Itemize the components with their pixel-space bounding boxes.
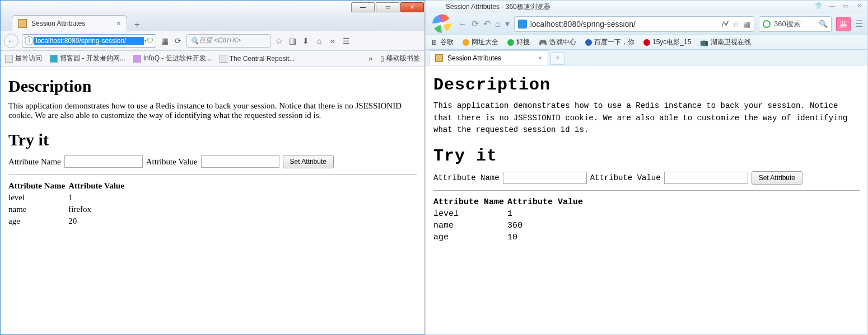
bookmark-haosou[interactable]: 好搜 (507, 37, 530, 47)
downloads-icon[interactable]: ⬇ (301, 36, 311, 46)
table-row: name360 (433, 220, 586, 232)
tab-close-icon[interactable]: × (116, 19, 121, 27)
search-logo-icon (763, 20, 771, 28)
titlebar: ― ▭ ✕ (1, 1, 424, 14)
page-icon: 🗎 (431, 39, 438, 46)
heading-try-it: Try it (8, 130, 417, 149)
attributes-table: Attribute NameAttribute Value level1 nam… (433, 196, 586, 243)
url-box[interactable]: localhost:8080/spring-session/ 🗲 ☆ ▦ (514, 16, 754, 32)
url-box[interactable]: i localhost:8080/spring-session/ ▾ 🛡 (22, 34, 156, 48)
set-attribute-button[interactable]: Set Attribute (752, 171, 802, 185)
label-attr-value: Attribute Value (146, 157, 198, 167)
bookmark-baidu[interactable]: 百度一下，你 (585, 37, 634, 47)
th-name: Attribute Name (433, 196, 507, 208)
nav-toolbar: ← i localhost:8080/spring-session/ ▾ 🛡 ▦… (1, 31, 424, 51)
bookmark-central[interactable]: The Central Reposit... (220, 55, 295, 63)
tab-session-attributes[interactable]: Session Attributes × (429, 50, 548, 65)
home-icon[interactable]: ⌂ (314, 36, 324, 46)
shield-icon (518, 20, 527, 29)
table-row: level1 (433, 208, 586, 220)
description-paragraph: This application demonstrates how to use… (433, 100, 860, 136)
window-close-button[interactable]: ✕ (853, 2, 865, 11)
bookmark-15yc[interactable]: 15yc电影_15 (643, 37, 691, 47)
attributes-table: Attribute NameAttribute Value level1 nam… (8, 180, 128, 227)
bookmark-cnblogs[interactable]: 博客园 - 开发者的网... (50, 54, 125, 63)
bookmark-star-icon[interactable]: ☆ (274, 36, 284, 46)
baidu-icon (585, 39, 592, 46)
label-attr-name: Attribute Name (8, 157, 61, 167)
movie-icon (643, 39, 650, 46)
url-text[interactable]: localhost:8080/spring-session/ (34, 37, 144, 45)
window-close-button[interactable]: ✕ (400, 2, 424, 12)
input-attr-name[interactable] (503, 172, 587, 184)
label-attr-value: Attribute Value (590, 173, 661, 182)
titlebar: Session Attributes - 360极速浏览器 👕 ― ▭ ✕ (426, 1, 867, 13)
window-minimize-button[interactable]: ― (351, 2, 375, 12)
search-box[interactable]: 🔍 百度 <Ctrl+K> (186, 34, 270, 48)
mobile-icon: ▯ (380, 55, 384, 63)
back-button[interactable]: ← (4, 34, 18, 48)
input-attr-name[interactable] (64, 155, 143, 168)
attribute-form: Attribute Name Attribute Value Set Attri… (8, 155, 417, 168)
qr-icon[interactable]: ▦ (160, 36, 170, 46)
skin-button[interactable]: 👕 (813, 2, 825, 11)
set-attribute-button[interactable]: Set Attribute (283, 155, 334, 168)
table-row: age10 (433, 232, 586, 243)
bookmark-icon (220, 55, 227, 63)
heading-try-it: Try it (433, 147, 860, 166)
menu-icon[interactable]: ☰ (855, 18, 863, 29)
bookmarks-overflow-icon[interactable]: » (368, 55, 372, 63)
undo-button[interactable]: ↶ (483, 18, 491, 29)
tab-title: Session Attributes (447, 54, 501, 62)
search-box[interactable]: 360搜索 🔍 (759, 16, 832, 32)
flash-icon[interactable]: 🗲 (721, 20, 729, 29)
dropdown-icon[interactable]: ▾ (505, 18, 510, 29)
bookmark-icon (5, 55, 13, 63)
globe-icon (463, 39, 469, 46)
page-content: Description This application demonstrate… (1, 67, 424, 334)
bookmark-google[interactable]: 🗎谷歌 (431, 37, 454, 47)
bookmark-infoq[interactable]: InfoQ - 促进软件开发... (133, 54, 212, 63)
window-minimize-button[interactable]: ― (826, 2, 838, 11)
site-info-icon[interactable]: i (25, 36, 34, 45)
th-value: Attribute Value (507, 196, 586, 208)
tab-session-attributes[interactable]: Session Attributes × (12, 15, 127, 31)
input-attr-value[interactable] (664, 172, 748, 184)
star-icon[interactable]: ☆ (732, 20, 740, 29)
back-button[interactable]: ← (458, 19, 467, 29)
firefox-window: ― ▭ ✕ Session Attributes × + ← i localho… (0, 0, 425, 335)
reload-button[interactable]: ⟳ (472, 18, 479, 29)
bookmark-games[interactable]: 🎮游戏中心 (539, 37, 576, 47)
url-text[interactable]: localhost:8080/spring-session/ (530, 20, 718, 29)
th-value: Attribute Value (68, 180, 128, 192)
search-placeholder: 百度 <Ctrl+K> (199, 36, 241, 45)
heading-description: Description (433, 76, 860, 95)
search-label: 360搜索 (774, 19, 801, 29)
library-icon[interactable]: ▥ (287, 36, 297, 46)
bookmark-hunantv[interactable]: 📺湖南卫视在线 (700, 37, 751, 47)
attribute-form: Attribute Name Attribute Value Set Attri… (433, 171, 860, 185)
ticket-button[interactable]: 票 (836, 17, 851, 31)
mobile-bookmarks[interactable]: ▯移动版书签 (380, 54, 420, 63)
window-title: Session Attributes - 360极速浏览器 (446, 2, 550, 12)
input-attr-value[interactable] (201, 155, 279, 168)
qr-icon[interactable]: ▦ (743, 20, 750, 29)
new-tab-button[interactable]: + (130, 20, 144, 31)
window-maximize-button[interactable]: ▭ (376, 2, 399, 12)
table-row: level1 (8, 192, 128, 204)
menu-icon[interactable]: ☰ (341, 36, 351, 46)
bookmark-icon (50, 55, 58, 63)
heading-description: Description (8, 77, 417, 96)
tab-close-icon[interactable]: × (538, 54, 542, 62)
360-browser-window: Session Attributes - 360极速浏览器 👕 ― ▭ ✕ ← … (425, 0, 868, 335)
window-maximize-button[interactable]: ▭ (839, 2, 852, 11)
bookmark-sites[interactable]: 网址大全 (463, 37, 498, 47)
overflow-icon[interactable]: » (328, 36, 338, 46)
new-tab-button[interactable]: + (550, 53, 565, 65)
search-icon[interactable]: 🔍 (819, 20, 828, 28)
bookmark-most-visited[interactable]: 最常访问 (5, 54, 42, 63)
divider (433, 190, 860, 191)
home-button[interactable]: ⌂ (495, 19, 501, 29)
description-paragraph: This application demonstrates how to use… (8, 101, 417, 120)
reload-button[interactable]: ⟳ (173, 36, 183, 46)
